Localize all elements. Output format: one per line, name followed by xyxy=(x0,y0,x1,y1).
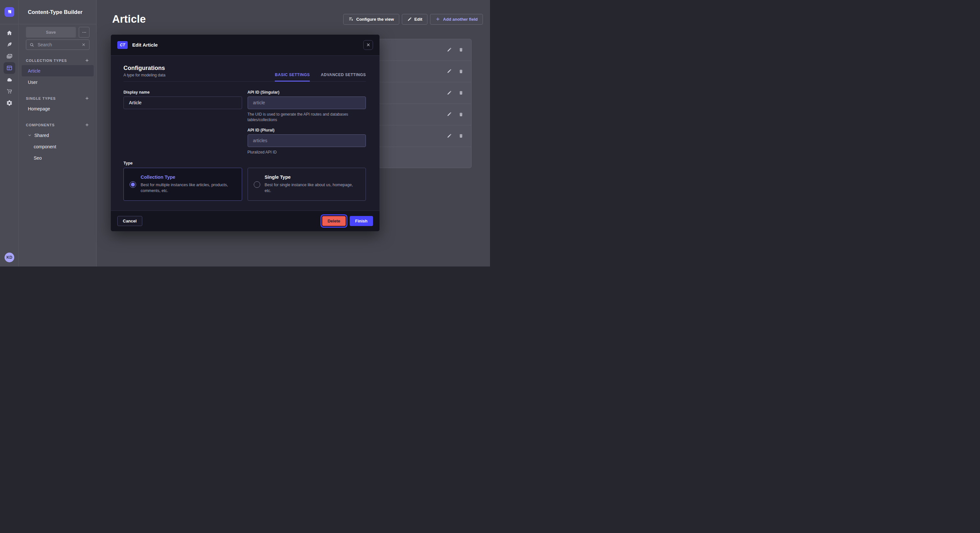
ctb-sidebar: Content-Type Builder Save xyxy=(19,0,97,266)
type-label: Type xyxy=(124,161,366,165)
api-id-singular-label: API ID (Singular) xyxy=(248,90,366,95)
api-id-plural-label: API ID (Plural) xyxy=(248,128,366,132)
settings-tabs: BASIC SETTINGS ADVANCED SETTINGS xyxy=(275,73,366,81)
more-options-button[interactable] xyxy=(79,27,89,38)
display-name-field: Display name xyxy=(124,90,242,123)
tab-advanced-settings[interactable]: ADVANCED SETTINGS xyxy=(321,73,366,81)
pencil-icon xyxy=(407,17,412,22)
modal-title: Edit Article xyxy=(132,42,359,48)
section-single-types: SINGLE TYPES Homepage xyxy=(26,96,89,114)
radio-unselected-icon xyxy=(254,181,260,188)
marketplace-cart-icon[interactable] xyxy=(3,86,15,97)
search-input[interactable] xyxy=(37,42,79,48)
cancel-button[interactable]: Cancel xyxy=(117,216,142,226)
delete-button[interactable]: Delete xyxy=(322,216,346,226)
api-id-plural-field: API ID (Plural) Pluralized API ID xyxy=(248,128,366,155)
strapi-logo[interactable] xyxy=(5,7,14,17)
add-component-button[interactable] xyxy=(84,122,89,127)
edit-button[interactable]: Edit xyxy=(402,14,428,25)
plus-icon xyxy=(84,96,89,101)
settings-gear-icon[interactable] xyxy=(3,97,15,109)
row-edit-pencil-icon[interactable] xyxy=(447,112,452,117)
modal-header: CT Edit Article xyxy=(111,35,380,56)
sidebar-item-user[interactable]: User xyxy=(22,76,94,88)
rail-header xyxy=(0,0,19,24)
section-label: COMPONENTS xyxy=(26,123,55,127)
api-id-plural-hint: Pluralized API ID xyxy=(248,150,366,155)
media-library-icon[interactable] xyxy=(3,51,15,62)
sidebar-item-component[interactable]: component xyxy=(22,141,94,152)
content-type-badge: CT xyxy=(117,41,128,49)
row-edit-pencil-icon[interactable] xyxy=(447,90,452,95)
sidebar-header: Content-Type Builder xyxy=(19,0,96,24)
configurations-subheading: A type for modeling data xyxy=(124,73,165,78)
home-icon[interactable] xyxy=(3,27,15,39)
releases-cloud-icon[interactable] xyxy=(3,74,15,86)
api-id-singular-input xyxy=(248,97,366,109)
display-name-input[interactable] xyxy=(124,97,242,109)
sidebar-group-shared[interactable]: Shared xyxy=(22,130,94,141)
configurations-heading: Configurations xyxy=(124,65,165,71)
single-type-option[interactable]: Single Type Best for single instance lik… xyxy=(248,168,366,201)
section-label: SINGLE TYPES xyxy=(26,97,56,100)
row-delete-trash-icon[interactable] xyxy=(458,133,463,138)
modal-body: Configurations A type for modeling data … xyxy=(111,56,380,211)
plus-icon xyxy=(435,16,441,22)
configure-view-icon xyxy=(348,16,353,22)
edit-article-modal: CT Edit Article Configurations A type fo… xyxy=(111,35,380,231)
search-icon xyxy=(30,43,34,47)
row-edit-pencil-icon[interactable] xyxy=(447,133,452,139)
finish-button[interactable]: Finish xyxy=(350,216,373,226)
row-edit-pencil-icon[interactable] xyxy=(447,69,452,74)
radio-selected-icon xyxy=(130,181,136,188)
content-type-builder-icon[interactable] xyxy=(3,62,15,74)
close-icon[interactable] xyxy=(363,40,373,50)
row-edit-pencil-icon[interactable] xyxy=(447,47,452,52)
ellipsis-icon xyxy=(82,30,87,35)
page-title: Article xyxy=(112,13,343,25)
collection-type-option[interactable]: Collection Type Best for multiple instan… xyxy=(124,168,242,201)
plus-icon xyxy=(84,122,89,127)
row-delete-trash-icon[interactable] xyxy=(458,90,463,95)
chevron-down-icon xyxy=(28,133,32,137)
api-id-singular-field: API ID (Singular) The UID is used to gen… xyxy=(248,90,366,123)
row-delete-trash-icon[interactable] xyxy=(458,69,463,74)
search-clear-icon[interactable] xyxy=(81,43,86,47)
add-another-field-button[interactable]: Add another field xyxy=(430,14,483,25)
section-collection-types: COLLECTION TYPES Article User xyxy=(26,58,89,88)
sidebar-item-article[interactable]: Article xyxy=(22,65,94,76)
search-box xyxy=(26,40,89,50)
add-single-type-button[interactable] xyxy=(84,96,89,101)
display-name-label: Display name xyxy=(124,90,242,95)
section-label: COLLECTION TYPES xyxy=(26,59,67,62)
plus-icon xyxy=(84,58,89,63)
configure-view-button[interactable]: Configure the view xyxy=(343,14,399,25)
user-avatar[interactable]: KD xyxy=(5,252,14,262)
row-delete-trash-icon[interactable] xyxy=(458,112,463,117)
tab-basic-settings[interactable]: BASIC SETTINGS xyxy=(275,73,310,81)
add-collection-type-button[interactable] xyxy=(84,58,89,63)
save-button[interactable]: Save xyxy=(26,27,76,38)
api-id-plural-input xyxy=(248,134,366,147)
sidebar-item-homepage[interactable]: Homepage xyxy=(22,103,94,114)
modal-footer: Cancel Delete Finish xyxy=(111,211,380,232)
screen: KD Content-Type Builder Save xyxy=(0,0,490,266)
sidebar-title: Content-Type Builder xyxy=(28,9,83,15)
sidebar-item-seo[interactable]: Seo xyxy=(22,152,94,163)
api-id-singular-hint: The UID is used to generate the API rout… xyxy=(248,112,366,123)
app-rail: KD xyxy=(0,0,19,266)
rail-nav xyxy=(0,24,19,109)
row-delete-trash-icon[interactable] xyxy=(458,47,463,52)
section-components: COMPONENTS Shared component xyxy=(26,122,89,163)
content-manager-icon[interactable] xyxy=(3,39,15,51)
